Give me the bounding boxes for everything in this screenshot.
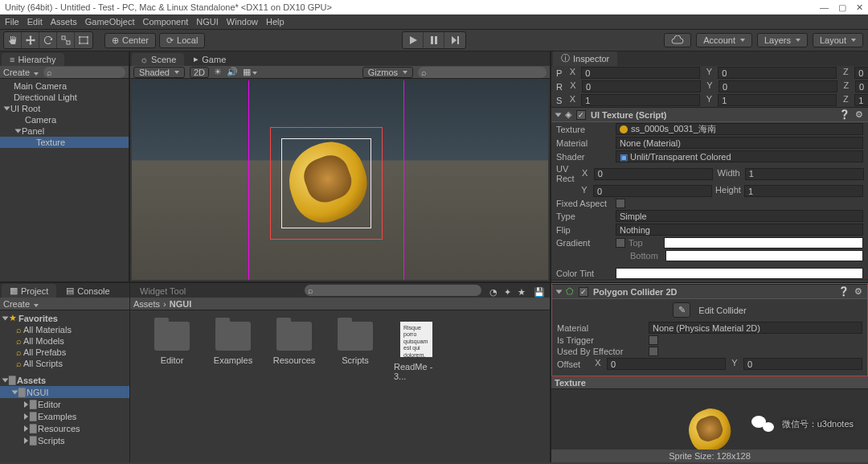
play-button[interactable] [403,32,424,48]
tree-fav-item[interactable]: ⌕All Materials [0,324,129,335]
hierarchy-item[interactable]: Directional Light [0,92,129,103]
preview-title[interactable]: Texture [551,376,868,389]
asset-folder[interactable]: Scripts [333,322,378,365]
pos-x-field[interactable] [581,67,700,79]
move-tool-icon[interactable] [22,32,39,48]
project-search-input[interactable]: ⌕ [305,285,481,296]
rot-z-field[interactable] [855,80,868,92]
filter-icon[interactable]: ✦ [504,287,511,298]
hierarchy-item[interactable]: Camera [0,114,129,125]
tab-game[interactable]: ▸Game [186,52,234,66]
uv-y-field[interactable] [593,185,712,197]
filter-icon[interactable]: ★ [518,287,526,298]
menu-window[interactable]: Window [227,17,258,27]
type-dropdown[interactable]: Simple [616,210,863,222]
expand-icon[interactable] [555,113,562,117]
tree-ngui[interactable]: ▇NGUI [0,386,129,398]
tree-assets[interactable]: ▇Assets [0,374,129,386]
help-icon[interactable]: ❔ [838,286,850,297]
menu-assets[interactable]: Assets [51,17,77,27]
asset-folder[interactable]: Examples [211,322,256,365]
material-field[interactable]: None (Material) [616,137,863,149]
asset-folder[interactable]: Resources [272,322,317,365]
scale-tool-icon[interactable] [57,32,75,48]
layout-dropdown[interactable]: Layout [813,33,863,47]
pivot-center-button[interactable]: ⊕Center [104,33,156,48]
close-icon[interactable]: ✕ [856,2,863,13]
tree-item[interactable]: ▇Scripts [0,434,129,446]
uv-x-field[interactable] [594,168,713,180]
tab-hierarchy[interactable]: ≡Hierarchy [2,53,64,66]
color-tint-field[interactable] [616,268,863,279]
scl-z-field[interactable] [854,94,868,106]
tree-fav-item[interactable]: ⌕All Prefabs [0,347,129,358]
maximize-icon[interactable]: ▢ [838,2,846,13]
hierarchy-item[interactable]: Panel [0,125,129,137]
gradient-top-color[interactable] [664,237,863,248]
asset-file[interactable]: Risque porro quisquam est qui dolorem.Re… [394,322,439,381]
rot-x-field[interactable] [582,80,701,92]
hierarchy-item[interactable]: Main Camera [0,80,129,92]
cloud-icon[interactable] [664,33,691,47]
2d-toggle[interactable]: 2D [190,67,209,78]
is-trigger-checkbox[interactable] [649,335,658,345]
tab-console[interactable]: ▤Console [58,284,117,298]
enable-checkbox[interactable]: ✓ [579,287,588,297]
rot-y-field[interactable] [719,80,837,92]
audio-toggle-icon[interactable]: 🔊 [227,67,238,77]
texture-field[interactable]: ss_0000s_0031_海南 [616,123,863,135]
shader-field[interactable]: ▣ Unlit/Transparent Colored [616,150,863,162]
offset-y-field[interactable] [743,358,862,370]
gradient-checkbox[interactable] [616,238,625,248]
uv-w-field[interactable] [745,168,864,180]
scl-x-field[interactable] [581,94,700,106]
pos-z-field[interactable] [854,67,868,79]
fx-toggle-icon[interactable]: ▦ [243,67,257,77]
tree-fav-item[interactable]: ⌕All Scripts [0,358,129,369]
menu-component[interactable]: Component [142,17,188,27]
asset-folder[interactable]: Editor [149,322,194,365]
flip-dropdown[interactable]: Nothing [616,224,863,236]
minimize-icon[interactable]: — [820,2,829,13]
tree-item[interactable]: ▇Resources [0,422,129,434]
menu-gameobject[interactable]: GameObject [85,17,135,27]
help-icon[interactable]: ❔ [839,109,850,120]
expand-icon[interactable] [15,129,22,133]
create-dropdown[interactable]: Create [3,68,39,77]
light-toggle-icon[interactable]: ☀ [214,67,222,77]
uv-h-field[interactable] [744,185,863,197]
tab-project[interactable]: ▩Project [2,284,56,298]
rect-tool-icon[interactable] [75,32,92,48]
breadcrumb-item[interactable]: NGUI [170,299,192,309]
hand-tool-icon[interactable] [4,32,22,48]
tab-widget-tool[interactable]: Widget Tool [132,285,194,298]
menu-edit[interactable]: Edit [27,17,43,27]
offset-x-field[interactable] [607,358,726,370]
rotate-tool-icon[interactable] [39,32,57,48]
gear-icon[interactable]: ⚙ [854,286,862,297]
hierarchy-search-input[interactable]: ⌕ [43,67,125,78]
tree-fav-item[interactable]: ⌕All Models [0,335,129,347]
polygon-collider-header[interactable]: ⬠ ✓ Polygon Collider 2D ❔ ⚙ [552,284,867,299]
used-by-effector-checkbox[interactable] [649,347,658,356]
pc-material-field[interactable]: None (Physics Material 2D) [649,322,862,334]
hierarchy-item[interactable]: UI Root [0,103,129,114]
breadcrumb-item[interactable]: Assets [133,299,160,309]
account-dropdown[interactable]: Account [696,33,752,47]
tab-inspector[interactable]: ⓘInspector [553,51,617,66]
tree-item[interactable]: ▇Examples [0,410,129,422]
create-dropdown[interactable]: Create [3,299,39,309]
widget-section-header[interactable]: Widget [551,280,868,281]
enable-checkbox[interactable]: ✓ [576,110,586,120]
save-icon[interactable]: 💾 [534,287,545,298]
gizmos-dropdown[interactable]: Gizmos [362,67,413,78]
tree-favorites[interactable]: ★Favorites [0,312,129,324]
gradient-bottom-color[interactable] [665,250,863,261]
hierarchy-item[interactable]: Texture [0,137,129,148]
sprite-preview[interactable] [289,143,366,220]
tree-item[interactable]: ▇Editor [0,398,129,410]
pivot-local-button[interactable]: ⟳Local [159,33,205,48]
ui-texture-header[interactable]: ◈ ✓ UI Texture (Script) ❔ ⚙ [551,107,868,122]
fixed-aspect-checkbox[interactable] [616,199,625,208]
layers-dropdown[interactable]: Layers [757,33,808,47]
